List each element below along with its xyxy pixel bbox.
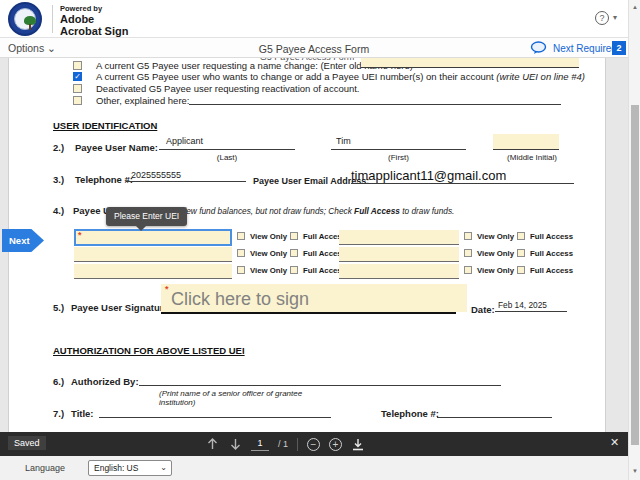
option-label-change-uei: A current G5 Payee user who wants to cha… [96, 71, 585, 82]
section-user-identification: USER IDENTIFICATION [53, 120, 157, 131]
view-only-checkbox-2L[interactable] [237, 249, 245, 257]
brand-product: Acrobat Sign [60, 25, 128, 37]
toolbar-divider [297, 438, 298, 451]
window-scrollbar[interactable]: ▲ ▼ [628, 0, 640, 480]
q2-number: 2.) [53, 142, 64, 153]
chat-bubble-icon[interactable] [530, 41, 547, 59]
q4-instr-post: to draw funds. [402, 206, 454, 216]
full-access-label-2R: Full Access [530, 249, 573, 258]
page-up-icon[interactable] [205, 437, 219, 451]
uei-input-1R[interactable] [339, 230, 459, 245]
phone-line [126, 172, 246, 182]
q7-label: Title: [71, 408, 94, 419]
powered-by-label: Powered by [60, 4, 102, 13]
option-checkbox-name-change[interactable] [73, 61, 82, 70]
last-name-caption: (Last) [159, 153, 295, 162]
seal-inner-ring [14, 8, 36, 30]
old-name-input[interactable] [361, 58, 579, 68]
full-access-checkbox-2R[interactable] [517, 249, 525, 257]
agency-seal-logo [8, 2, 42, 36]
view-only-label-1R: View Only [477, 232, 514, 241]
full-access-checkbox-1R[interactable] [517, 232, 525, 240]
email-line [351, 172, 574, 184]
uei-tooltip: Please Enter UEI [106, 207, 187, 226]
middle-initial-input[interactable] [493, 134, 559, 150]
page-total-label: / 1 [278, 439, 288, 449]
check-icon: ✓ [74, 72, 81, 81]
view-only-label-3L: View Only [250, 266, 287, 275]
view-only-checkbox-1R[interactable] [464, 232, 472, 240]
q6-caption: (Print name of a senior officer of grant… [159, 389, 339, 407]
signature-line [161, 312, 456, 314]
required-asterisk-icon: * [78, 230, 82, 240]
q7-phone-line[interactable] [437, 407, 552, 418]
view-only-checkbox-2R[interactable] [464, 249, 472, 257]
option-checkbox-other[interactable] [73, 96, 82, 105]
view-only-label-2R: View Only [477, 249, 514, 258]
uei-input-2R[interactable] [339, 247, 459, 262]
first-name-line [331, 138, 466, 150]
help-icon[interactable]: ? [595, 11, 609, 25]
scroll-up-icon[interactable]: ▲ [629, 4, 640, 10]
saved-status-badge: Saved [8, 436, 46, 450]
date-line [495, 302, 567, 312]
full-access-checkbox-3R[interactable] [517, 266, 525, 274]
q4-number: 4.) [53, 205, 64, 216]
other-explained-line[interactable] [189, 94, 561, 105]
view-only-label-3R: View Only [477, 266, 514, 275]
chevron-down-icon: ⌄ [160, 461, 167, 475]
full-access-label-3R: Full Access [530, 266, 573, 275]
view-only-checkbox-3R[interactable] [464, 266, 472, 274]
full-access-checkbox-2L[interactable] [290, 249, 298, 257]
signature-field[interactable]: * Click here to sign [161, 284, 467, 312]
view-only-checkbox-3L[interactable] [237, 266, 245, 274]
toolbar-center-controls: 1 / 1 − + [205, 432, 365, 456]
full-access-checkbox-1L[interactable] [290, 232, 298, 240]
view-only-label-1L: View Only [250, 232, 287, 241]
option-checkbox-reactivation[interactable] [73, 84, 82, 93]
language-value: English: US [94, 463, 138, 473]
download-icon[interactable] [351, 437, 365, 451]
uei-input-1[interactable]: * [74, 229, 232, 246]
option-label-reactivation: Deactivated G5 Payee user requesting rea… [96, 83, 360, 94]
acrobat-sign-app: Powered by Adobe Acrobat Sign ? ▾ Option… [0, 0, 640, 480]
language-select[interactable]: English: US ⌄ [88, 460, 172, 476]
viewer-toolbar: Saved 1 / 1 − + ✕ [0, 432, 628, 456]
option-checkbox-change-uei[interactable]: ✓ [73, 72, 82, 81]
uei-input-2[interactable] [74, 247, 232, 262]
uei-input-3[interactable] [74, 264, 232, 279]
close-icon[interactable]: ✕ [610, 436, 619, 449]
scroll-down-icon[interactable]: ▼ [629, 468, 640, 474]
q7-phone-label: Telephone #: [381, 408, 439, 419]
form-toolbar: Options ⌄ G5 Payee Access Form Next Requ… [0, 38, 628, 58]
q6-number: 6.) [53, 376, 64, 387]
q6-label: Authorized By: [71, 376, 139, 387]
q3-number: 3.) [53, 174, 64, 185]
full-access-label-1R: Full Access [530, 232, 573, 241]
view-only-checkbox-1L[interactable] [237, 232, 245, 240]
q3-label: Telephone #: [75, 174, 133, 185]
title-line[interactable] [99, 407, 331, 418]
app-header: Powered by Adobe Acrobat Sign ? ▾ [0, 0, 628, 38]
next-required-link[interactable]: Next Required [553, 43, 617, 54]
page-number-input[interactable]: 1 [251, 438, 269, 451]
middle-initial-caption: (Middle Initial) [489, 153, 575, 162]
page-down-icon[interactable] [228, 437, 242, 451]
option-label-other: Other, explained here: [96, 95, 189, 106]
section-authorization: AUTHORIZATION FOR ABOVE LISTED UEI [53, 345, 245, 356]
zoom-out-button[interactable]: − [307, 438, 320, 451]
scrollbar-thumb[interactable] [631, 105, 639, 445]
q5-number: 5.) [53, 302, 64, 313]
help-menu-caret-icon[interactable]: ▾ [613, 13, 617, 22]
full-access-checkbox-3L[interactable] [290, 266, 298, 274]
document-viewport: G5 Payee Access Form A current G5 Payee … [0, 58, 628, 432]
seal-tree-trunk [29, 24, 31, 30]
q4-instr-pre: to view fund balances, but not draw fund… [171, 206, 352, 216]
zoom-in-button[interactable]: + [329, 438, 342, 451]
header-divider [52, 5, 53, 33]
brand-name: Adobe [60, 13, 94, 25]
q4-instr-bold: Full Access [354, 206, 400, 216]
required-asterisk-icon: * [165, 284, 169, 294]
authorized-by-line[interactable] [139, 375, 501, 386]
uei-input-3R[interactable] [339, 264, 459, 279]
